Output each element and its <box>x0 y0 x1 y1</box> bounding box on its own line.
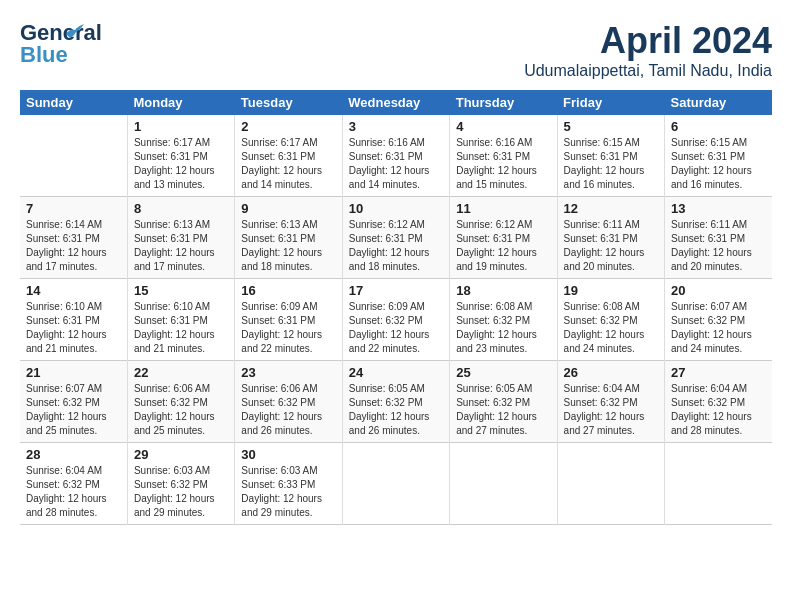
day-number: 25 <box>456 365 550 380</box>
weekday-header-tuesday: Tuesday <box>235 90 342 115</box>
day-info: Sunrise: 6:17 AM Sunset: 6:31 PM Dayligh… <box>134 136 228 192</box>
calendar-cell: 8Sunrise: 6:13 AM Sunset: 6:31 PM Daylig… <box>127 197 234 279</box>
day-number: 18 <box>456 283 550 298</box>
day-info: Sunrise: 6:06 AM Sunset: 6:32 PM Dayligh… <box>134 382 228 438</box>
day-info: Sunrise: 6:16 AM Sunset: 6:31 PM Dayligh… <box>456 136 550 192</box>
logo: General Blue <box>20 20 70 65</box>
day-info: Sunrise: 6:17 AM Sunset: 6:31 PM Dayligh… <box>241 136 335 192</box>
day-info: Sunrise: 6:12 AM Sunset: 6:31 PM Dayligh… <box>349 218 443 274</box>
day-number: 26 <box>564 365 658 380</box>
calendar-cell: 9Sunrise: 6:13 AM Sunset: 6:31 PM Daylig… <box>235 197 342 279</box>
day-info: Sunrise: 6:15 AM Sunset: 6:31 PM Dayligh… <box>671 136 766 192</box>
day-number: 12 <box>564 201 658 216</box>
calendar-cell: 4Sunrise: 6:16 AM Sunset: 6:31 PM Daylig… <box>450 115 557 197</box>
calendar-cell: 26Sunrise: 6:04 AM Sunset: 6:32 PM Dayli… <box>557 361 664 443</box>
calendar-cell: 7Sunrise: 6:14 AM Sunset: 6:31 PM Daylig… <box>20 197 127 279</box>
calendar-cell: 24Sunrise: 6:05 AM Sunset: 6:32 PM Dayli… <box>342 361 449 443</box>
day-number: 29 <box>134 447 228 462</box>
week-row-1: 1Sunrise: 6:17 AM Sunset: 6:31 PM Daylig… <box>20 115 772 197</box>
calendar-cell: 10Sunrise: 6:12 AM Sunset: 6:31 PM Dayli… <box>342 197 449 279</box>
day-number: 27 <box>671 365 766 380</box>
day-number: 22 <box>134 365 228 380</box>
day-info: Sunrise: 6:03 AM Sunset: 6:32 PM Dayligh… <box>134 464 228 520</box>
calendar-cell: 25Sunrise: 6:05 AM Sunset: 6:32 PM Dayli… <box>450 361 557 443</box>
day-number: 11 <box>456 201 550 216</box>
day-number: 5 <box>564 119 658 134</box>
calendar-table: SundayMondayTuesdayWednesdayThursdayFrid… <box>20 90 772 525</box>
calendar-cell: 15Sunrise: 6:10 AM Sunset: 6:31 PM Dayli… <box>127 279 234 361</box>
day-info: Sunrise: 6:04 AM Sunset: 6:32 PM Dayligh… <box>671 382 766 438</box>
day-info: Sunrise: 6:15 AM Sunset: 6:31 PM Dayligh… <box>564 136 658 192</box>
day-info: Sunrise: 6:07 AM Sunset: 6:32 PM Dayligh… <box>26 382 121 438</box>
day-info: Sunrise: 6:05 AM Sunset: 6:32 PM Dayligh… <box>349 382 443 438</box>
day-info: Sunrise: 6:08 AM Sunset: 6:32 PM Dayligh… <box>456 300 550 356</box>
day-number: 6 <box>671 119 766 134</box>
day-number: 19 <box>564 283 658 298</box>
week-row-4: 21Sunrise: 6:07 AM Sunset: 6:32 PM Dayli… <box>20 361 772 443</box>
calendar-cell: 14Sunrise: 6:10 AM Sunset: 6:31 PM Dayli… <box>20 279 127 361</box>
day-info: Sunrise: 6:13 AM Sunset: 6:31 PM Dayligh… <box>241 218 335 274</box>
day-number: 2 <box>241 119 335 134</box>
day-info: Sunrise: 6:12 AM Sunset: 6:31 PM Dayligh… <box>456 218 550 274</box>
calendar-cell: 19Sunrise: 6:08 AM Sunset: 6:32 PM Dayli… <box>557 279 664 361</box>
day-info: Sunrise: 6:13 AM Sunset: 6:31 PM Dayligh… <box>134 218 228 274</box>
calendar-cell <box>665 443 772 525</box>
calendar-cell: 27Sunrise: 6:04 AM Sunset: 6:32 PM Dayli… <box>665 361 772 443</box>
calendar-cell: 18Sunrise: 6:08 AM Sunset: 6:32 PM Dayli… <box>450 279 557 361</box>
day-info: Sunrise: 6:11 AM Sunset: 6:31 PM Dayligh… <box>671 218 766 274</box>
day-info: Sunrise: 6:04 AM Sunset: 6:32 PM Dayligh… <box>26 464 121 520</box>
day-number: 3 <box>349 119 443 134</box>
calendar-cell: 12Sunrise: 6:11 AM Sunset: 6:31 PM Dayli… <box>557 197 664 279</box>
day-info: Sunrise: 6:16 AM Sunset: 6:31 PM Dayligh… <box>349 136 443 192</box>
weekday-header-thursday: Thursday <box>450 90 557 115</box>
day-info: Sunrise: 6:10 AM Sunset: 6:31 PM Dayligh… <box>134 300 228 356</box>
calendar-cell: 20Sunrise: 6:07 AM Sunset: 6:32 PM Dayli… <box>665 279 772 361</box>
logo-bird-icon <box>64 20 86 42</box>
day-number: 23 <box>241 365 335 380</box>
day-info: Sunrise: 6:08 AM Sunset: 6:32 PM Dayligh… <box>564 300 658 356</box>
calendar-cell <box>342 443 449 525</box>
weekday-header-row: SundayMondayTuesdayWednesdayThursdayFrid… <box>20 90 772 115</box>
day-number: 30 <box>241 447 335 462</box>
calendar-cell: 29Sunrise: 6:03 AM Sunset: 6:32 PM Dayli… <box>127 443 234 525</box>
calendar-cell: 30Sunrise: 6:03 AM Sunset: 6:33 PM Dayli… <box>235 443 342 525</box>
calendar-cell: 21Sunrise: 6:07 AM Sunset: 6:32 PM Dayli… <box>20 361 127 443</box>
week-row-3: 14Sunrise: 6:10 AM Sunset: 6:31 PM Dayli… <box>20 279 772 361</box>
month-title: April 2024 <box>524 20 772 62</box>
weekday-header-sunday: Sunday <box>20 90 127 115</box>
day-info: Sunrise: 6:11 AM Sunset: 6:31 PM Dayligh… <box>564 218 658 274</box>
day-number: 16 <box>241 283 335 298</box>
week-row-5: 28Sunrise: 6:04 AM Sunset: 6:32 PM Dayli… <box>20 443 772 525</box>
location: Udumalaippettai, Tamil Nadu, India <box>524 62 772 80</box>
day-number: 15 <box>134 283 228 298</box>
day-number: 1 <box>134 119 228 134</box>
calendar-cell: 6Sunrise: 6:15 AM Sunset: 6:31 PM Daylig… <box>665 115 772 197</box>
logo-blue: Blue <box>20 42 68 68</box>
weekday-header-monday: Monday <box>127 90 234 115</box>
weekday-header-wednesday: Wednesday <box>342 90 449 115</box>
calendar-cell <box>20 115 127 197</box>
calendar-cell <box>450 443 557 525</box>
day-info: Sunrise: 6:06 AM Sunset: 6:32 PM Dayligh… <box>241 382 335 438</box>
calendar-cell: 11Sunrise: 6:12 AM Sunset: 6:31 PM Dayli… <box>450 197 557 279</box>
day-number: 8 <box>134 201 228 216</box>
calendar-cell: 3Sunrise: 6:16 AM Sunset: 6:31 PM Daylig… <box>342 115 449 197</box>
day-number: 17 <box>349 283 443 298</box>
day-number: 28 <box>26 447 121 462</box>
day-info: Sunrise: 6:14 AM Sunset: 6:31 PM Dayligh… <box>26 218 121 274</box>
calendar-cell: 5Sunrise: 6:15 AM Sunset: 6:31 PM Daylig… <box>557 115 664 197</box>
day-info: Sunrise: 6:10 AM Sunset: 6:31 PM Dayligh… <box>26 300 121 356</box>
day-number: 20 <box>671 283 766 298</box>
calendar-cell: 17Sunrise: 6:09 AM Sunset: 6:32 PM Dayli… <box>342 279 449 361</box>
day-number: 7 <box>26 201 121 216</box>
calendar-cell: 22Sunrise: 6:06 AM Sunset: 6:32 PM Dayli… <box>127 361 234 443</box>
day-number: 10 <box>349 201 443 216</box>
calendar-cell: 1Sunrise: 6:17 AM Sunset: 6:31 PM Daylig… <box>127 115 234 197</box>
calendar-cell <box>557 443 664 525</box>
day-number: 21 <box>26 365 121 380</box>
weekday-header-friday: Friday <box>557 90 664 115</box>
day-number: 13 <box>671 201 766 216</box>
calendar-cell: 28Sunrise: 6:04 AM Sunset: 6:32 PM Dayli… <box>20 443 127 525</box>
day-number: 9 <box>241 201 335 216</box>
week-row-2: 7Sunrise: 6:14 AM Sunset: 6:31 PM Daylig… <box>20 197 772 279</box>
